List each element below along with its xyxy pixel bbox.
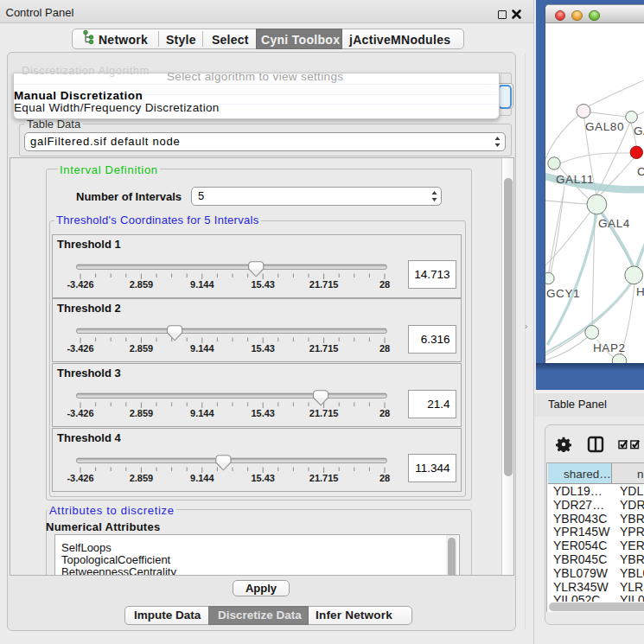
svg-text:28: 28 xyxy=(379,472,390,482)
svg-text:9.144: 9.144 xyxy=(190,278,214,289)
svg-text:15.43: 15.43 xyxy=(251,472,275,482)
svg-text:-3.426: -3.426 xyxy=(67,472,93,482)
svg-text:2.859: 2.859 xyxy=(130,408,154,418)
svg-text:28: 28 xyxy=(379,408,390,418)
svg-text:21.715: 21.715 xyxy=(309,278,339,289)
svg-text:15.43: 15.43 xyxy=(251,278,275,289)
svg-text:15.43: 15.43 xyxy=(251,408,275,418)
svg-text:9.144: 9.144 xyxy=(190,343,214,354)
svg-text:28: 28 xyxy=(379,343,390,354)
svg-text:21.715: 21.715 xyxy=(309,343,339,354)
svg-text:GA: GA xyxy=(634,124,644,137)
svg-text:GAL80: GAL80 xyxy=(585,120,624,133)
svg-text:2.859: 2.859 xyxy=(130,278,154,289)
svg-text:GAL4: GAL4 xyxy=(598,217,630,230)
svg-text:28: 28 xyxy=(379,278,390,289)
svg-text:-3.426: -3.426 xyxy=(67,278,93,289)
svg-text:HAP2: HAP2 xyxy=(593,341,626,354)
svg-text:2.859: 2.859 xyxy=(130,472,154,482)
svg-text:GCY1: GCY1 xyxy=(546,287,580,300)
svg-text:9.144: 9.144 xyxy=(190,472,214,482)
svg-text:21.715: 21.715 xyxy=(309,472,339,482)
svg-text:-3.426: -3.426 xyxy=(67,343,93,354)
svg-text:2.859: 2.859 xyxy=(130,343,154,354)
svg-text:15.43: 15.43 xyxy=(251,343,275,354)
svg-text:-3.426: -3.426 xyxy=(67,408,93,418)
svg-text:9.144: 9.144 xyxy=(190,408,214,418)
svg-text:C: C xyxy=(637,165,644,178)
svg-text:GAL11: GAL11 xyxy=(556,173,594,186)
svg-text:H: H xyxy=(636,285,644,298)
svg-text:21.715: 21.715 xyxy=(309,408,339,418)
